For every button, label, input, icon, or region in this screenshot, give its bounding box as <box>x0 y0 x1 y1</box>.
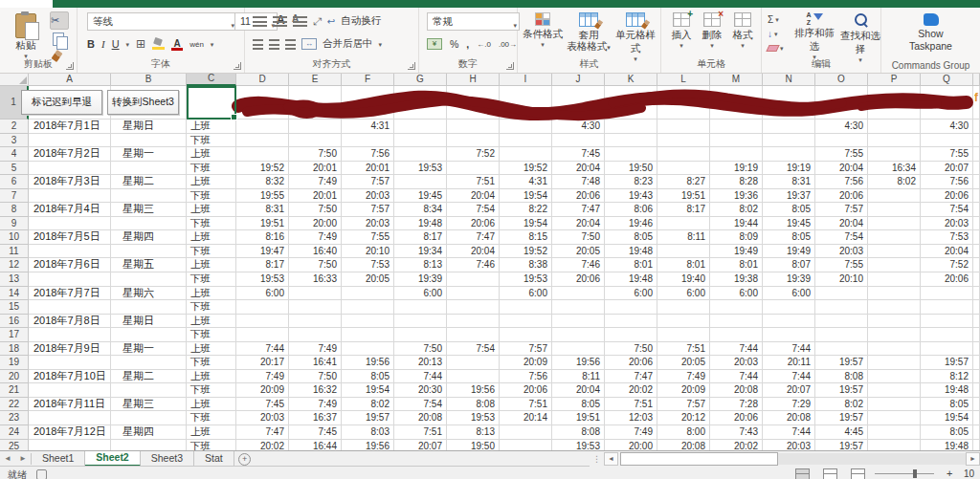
cell-R20-partial[interactable] <box>973 370 980 384</box>
cell-E9[interactable]: 20:00 <box>289 217 342 231</box>
font-dialog-launcher[interactable] <box>234 62 241 70</box>
cell-M24[interactable]: 7:43 <box>710 425 763 440</box>
cell-N15[interactable] <box>763 300 815 315</box>
cell-I16[interactable] <box>500 315 552 329</box>
col-header-B[interactable]: B <box>111 74 187 86</box>
cell-M14[interactable]: 6:00 <box>710 287 763 301</box>
cell-D1[interactable] <box>236 86 289 120</box>
cell-K5[interactable]: 19:50 <box>605 162 657 176</box>
cell-P19[interactable] <box>868 356 921 370</box>
cell-D15[interactable] <box>236 300 289 315</box>
cell-K10[interactable]: 8:05 <box>605 230 657 245</box>
cell-J4[interactable]: 7:45 <box>552 147 605 162</box>
cell-N20[interactable]: 7:44 <box>763 370 815 384</box>
cell-A19[interactable] <box>29 356 111 370</box>
cell-F15[interactable] <box>342 300 394 315</box>
tab-sheet2-active[interactable]: Sheet2 <box>85 451 140 467</box>
cell-Q3[interactable] <box>921 134 973 148</box>
cell-E21[interactable]: 16:32 <box>289 383 342 398</box>
cell-I22[interactable]: 7:51 <box>500 398 552 412</box>
cell-C21[interactable]: 下班 <box>187 383 236 398</box>
col-header-M[interactable]: M <box>710 74 763 86</box>
cell-N19[interactable]: 20:11 <box>763 356 815 370</box>
cell-B21[interactable] <box>111 383 187 398</box>
cell-K24[interactable]: 7:49 <box>605 425 657 440</box>
cell-M11[interactable]: 19:49 <box>710 245 763 259</box>
cell-I11[interactable]: 19:52 <box>500 245 552 259</box>
cell-P24[interactable] <box>868 425 921 440</box>
cell-Q22[interactable]: 8:05 <box>921 398 973 412</box>
row-header-13[interactable]: 13 <box>0 272 29 287</box>
cell-R17-partial[interactable] <box>973 328 980 342</box>
cell-O2[interactable]: 4:30 <box>815 120 868 134</box>
cell-L19[interactable]: 20:05 <box>657 356 710 370</box>
cell-K6[interactable]: 8:23 <box>605 175 657 189</box>
cell-A13[interactable] <box>29 272 111 287</box>
align-middle-button[interactable] <box>273 16 287 27</box>
cell-O24[interactable]: 4:45 <box>815 425 868 440</box>
cell-B14[interactable]: 星期六 <box>111 287 187 301</box>
cell-P13[interactable] <box>868 272 921 287</box>
cell-D8[interactable]: 8:31 <box>236 203 289 217</box>
cell-J22[interactable]: 8:05 <box>552 398 605 412</box>
cell-L20[interactable]: 7:49 <box>657 370 710 384</box>
cell-L24[interactable]: 8:00 <box>657 425 710 440</box>
align-left-button[interactable] <box>253 39 263 50</box>
cell-R18-partial[interactable] <box>973 342 980 357</box>
cell-L4[interactable] <box>657 147 710 162</box>
row-header-6[interactable]: 6 <box>0 175 29 189</box>
cell-N11[interactable]: 19:49 <box>763 245 815 259</box>
cell-F12[interactable]: 7:53 <box>342 258 394 272</box>
cell-P4[interactable] <box>868 147 921 162</box>
col-header-R-partial[interactable] <box>973 74 980 86</box>
cell-B19[interactable] <box>111 356 187 370</box>
cell-L5[interactable] <box>657 162 710 176</box>
cell-R21-partial[interactable] <box>973 383 980 398</box>
cell-B11[interactable] <box>111 245 187 259</box>
row-header-17[interactable]: 17 <box>0 328 29 342</box>
cell-D23[interactable]: 20:03 <box>236 411 289 425</box>
cell-K16[interactable] <box>605 315 657 329</box>
cell-C8[interactable]: 上班 <box>187 203 236 217</box>
cell-R11-partial[interactable] <box>973 245 980 259</box>
cell-M5[interactable]: 19:19 <box>710 162 763 176</box>
cell-H19[interactable] <box>447 356 500 370</box>
cell-R22-partial[interactable] <box>973 398 980 412</box>
prev-sheet-arrow-icon[interactable]: ◄ <box>0 451 15 467</box>
cell-I6[interactable]: 4:31 <box>500 175 552 189</box>
cell-R8-partial[interactable] <box>973 203 980 217</box>
cell-F16[interactable] <box>342 315 394 329</box>
cell-J18[interactable] <box>552 342 605 357</box>
cell-D11[interactable]: 19:47 <box>236 245 289 259</box>
cell-J16[interactable] <box>552 315 605 329</box>
cell-F22[interactable]: 8:02 <box>342 398 394 412</box>
cell-J5[interactable]: 20:04 <box>552 162 605 176</box>
cell-Q23[interactable]: 19:54 <box>921 411 973 425</box>
cell-M20[interactable]: 7:44 <box>710 370 763 384</box>
cell-G2[interactable] <box>394 120 447 134</box>
cell-O6[interactable]: 7:56 <box>815 175 868 189</box>
scrollbar-thumb[interactable] <box>620 452 778 466</box>
align-right-button[interactable] <box>285 39 296 50</box>
cell-L9[interactable] <box>657 217 710 231</box>
cell-O12[interactable]: 7:55 <box>815 258 868 272</box>
number-dialog-launcher[interactable] <box>506 62 514 70</box>
cell-P5[interactable]: 16:34 <box>868 162 921 176</box>
cell-Q13[interactable]: 20:06 <box>921 272 973 287</box>
cell-G19[interactable]: 20:13 <box>394 356 447 370</box>
cell-F21[interactable]: 19:54 <box>342 383 394 398</box>
cell-N13[interactable]: 19:39 <box>763 272 815 287</box>
cell-F2[interactable]: 4:31 <box>342 120 394 134</box>
cell-G20[interactable]: 7:44 <box>394 370 447 384</box>
cell-H23[interactable]: 19:53 <box>447 411 500 425</box>
cell-J23[interactable]: 19:51 <box>552 411 605 425</box>
cell-L6[interactable]: 8:27 <box>657 175 710 189</box>
cell-O19[interactable]: 19:57 <box>815 356 868 370</box>
row-header-7[interactable]: 7 <box>0 189 29 204</box>
cell-C20[interactable]: 上班 <box>187 370 236 384</box>
col-header-N[interactable]: N <box>763 74 815 86</box>
cell-E22[interactable]: 7:49 <box>289 398 342 412</box>
scrollbar-track[interactable] <box>778 453 966 465</box>
cell-R3-partial[interactable] <box>973 134 980 148</box>
cell-H12[interactable]: 7:46 <box>447 258 500 272</box>
